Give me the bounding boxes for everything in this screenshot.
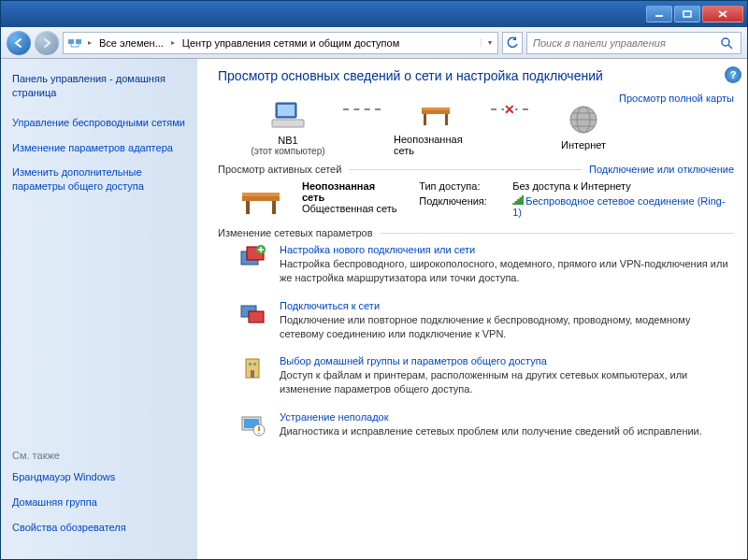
change-settings-header: Изменение сетевых параметров bbox=[218, 227, 734, 238]
chevron-icon: ▸ bbox=[84, 38, 95, 47]
sidebar-home[interactable]: Панель управления - домашняя страница bbox=[12, 72, 186, 101]
main-content: ? Просмотр основных сведений о сети и на… bbox=[197, 59, 747, 559]
task-link[interactable]: Выбор домашней группы и параметров общег… bbox=[280, 355, 734, 366]
svg-rect-26 bbox=[253, 363, 256, 366]
svg-rect-25 bbox=[249, 363, 252, 366]
task-desc: Диагностика и исправление сетевых пробле… bbox=[280, 424, 702, 438]
bench-icon bbox=[418, 96, 453, 132]
search-box[interactable] bbox=[526, 32, 741, 54]
connect-network-icon bbox=[238, 300, 266, 328]
full-map-link[interactable]: Просмотр полной карты bbox=[619, 93, 734, 104]
map-node-internet[interactable]: Интернет bbox=[541, 102, 626, 151]
forward-button[interactable] bbox=[35, 31, 59, 55]
task-link[interactable]: Устранение неполадок bbox=[280, 411, 702, 423]
active-networks-header: Просмотр активных сетей Подключение или … bbox=[218, 164, 734, 175]
network-center-icon bbox=[65, 34, 84, 52]
task-desc: Доступ к файлам и принтерам, расположенн… bbox=[280, 368, 734, 396]
network-map: Просмотр полной карты NB1 (этот компьюте… bbox=[246, 96, 734, 156]
titlebar bbox=[1, 1, 747, 27]
svg-rect-1 bbox=[683, 11, 691, 17]
svg-rect-16 bbox=[242, 193, 280, 196]
connections-label: Подключения: bbox=[419, 195, 503, 218]
access-value: Без доступа к Интернету bbox=[512, 180, 734, 192]
search-input[interactable] bbox=[527, 37, 720, 49]
breadcrumb-seg-1[interactable]: Все элемен... bbox=[95, 33, 167, 53]
svg-rect-7 bbox=[272, 120, 304, 127]
sidebar-also-internet[interactable]: Свойства обозревателя bbox=[12, 521, 186, 535]
computer-icon bbox=[270, 97, 306, 133]
homegroup-icon bbox=[238, 355, 266, 383]
troubleshoot-icon bbox=[238, 411, 266, 439]
svg-rect-17 bbox=[246, 201, 250, 214]
navbar: ▸ Все элемен... ▸ Центр управления сетям… bbox=[1, 27, 747, 59]
sidebar-also-header: См. также bbox=[12, 450, 186, 461]
svg-rect-27 bbox=[251, 370, 254, 378]
bench-icon bbox=[238, 180, 283, 218]
maximize-button[interactable] bbox=[674, 6, 700, 22]
svg-rect-11 bbox=[445, 114, 448, 125]
node-sublabel: (этот компьютер) bbox=[251, 146, 324, 156]
active-network-name: Неопознанная сеть bbox=[302, 180, 400, 203]
svg-rect-18 bbox=[272, 201, 276, 214]
search-icon[interactable] bbox=[720, 36, 741, 50]
map-node-network[interactable]: Неопознанная сеть bbox=[394, 96, 478, 156]
node-label: NB1 bbox=[278, 135, 297, 146]
sidebar-link-wireless[interactable]: Управление беспроводными сетями bbox=[12, 116, 186, 130]
new-connection-icon bbox=[238, 244, 266, 272]
task-item: Настройка нового подключения или сети На… bbox=[238, 244, 734, 285]
task-item: Выбор домашней группы и параметров общег… bbox=[238, 355, 734, 396]
globe-icon bbox=[566, 102, 601, 137]
sidebar-link-adapter[interactable]: Изменение параметров адаптера bbox=[12, 141, 186, 155]
svg-rect-9 bbox=[422, 108, 450, 110]
sidebar: Панель управления - домашняя страница Уп… bbox=[1, 59, 197, 559]
close-button[interactable] bbox=[702, 6, 743, 22]
access-label: Тип доступа: bbox=[419, 180, 503, 192]
connector-line bbox=[343, 108, 381, 110]
svg-point-4 bbox=[722, 38, 729, 46]
tasks-list: Настройка нового подключения или сети На… bbox=[238, 244, 734, 439]
svg-rect-6 bbox=[278, 105, 295, 116]
sidebar-also-firewall[interactable]: Брандмауэр Windows bbox=[12, 470, 186, 484]
task-item: Подключиться к сети Подключение или повт… bbox=[238, 300, 734, 341]
chevron-icon: ▸ bbox=[167, 38, 179, 47]
task-desc: Подключение или повторное подключение к … bbox=[280, 313, 734, 341]
connector-broken bbox=[491, 108, 528, 110]
breadcrumb[interactable]: ▸ Все элемен... ▸ Центр управления сетям… bbox=[63, 32, 498, 54]
help-icon[interactable]: ? bbox=[725, 66, 741, 83]
node-label: Неопознанная сеть bbox=[394, 134, 478, 156]
sidebar-link-sharing[interactable]: Изменить дополнительные параметры общего… bbox=[12, 165, 186, 194]
task-desc: Настройка беспроводного, широкополосного… bbox=[280, 257, 734, 285]
refresh-button[interactable] bbox=[502, 32, 523, 54]
map-node-computer[interactable]: NB1 (этот компьютер) bbox=[246, 97, 330, 156]
svg-rect-0 bbox=[655, 15, 663, 17]
active-network-info: Неопознанная сеть Общественная сеть bbox=[302, 180, 400, 218]
page-title: Просмотр основных сведений о сети и наст… bbox=[218, 68, 734, 83]
breadcrumb-dropdown[interactable]: ▾ bbox=[481, 38, 497, 47]
connection-link[interactable]: Беспроводное сетевое соединение (Ring-1) bbox=[512, 195, 734, 218]
active-network-type: Общественная сеть bbox=[302, 203, 397, 214]
task-link[interactable]: Настройка нового подключения или сети bbox=[280, 244, 734, 255]
window: ▸ Все элемен... ▸ Центр управления сетям… bbox=[0, 0, 748, 560]
svg-rect-10 bbox=[424, 114, 426, 125]
active-network-row: Неопознанная сеть Общественная сеть Тип … bbox=[238, 180, 734, 218]
active-network-props: Тип доступа: Без доступа к Интернету Под… bbox=[419, 180, 734, 218]
svg-rect-23 bbox=[249, 311, 264, 323]
node-label: Интернет bbox=[561, 139, 606, 151]
breadcrumb-seg-2[interactable]: Центр управления сетями и общим доступом bbox=[179, 33, 403, 53]
sidebar-also-homegroup[interactable]: Домашняя группа bbox=[12, 495, 186, 510]
back-button[interactable] bbox=[7, 31, 31, 55]
signal-icon bbox=[512, 195, 524, 205]
svg-rect-2 bbox=[68, 39, 74, 44]
svg-rect-3 bbox=[76, 39, 81, 44]
task-item: Устранение неполадок Диагностика и испра… bbox=[238, 411, 734, 439]
task-link[interactable]: Подключиться к сети bbox=[280, 300, 734, 311]
connect-disconnect-link[interactable]: Подключение или отключение bbox=[589, 164, 734, 175]
minimize-button[interactable] bbox=[646, 6, 672, 22]
